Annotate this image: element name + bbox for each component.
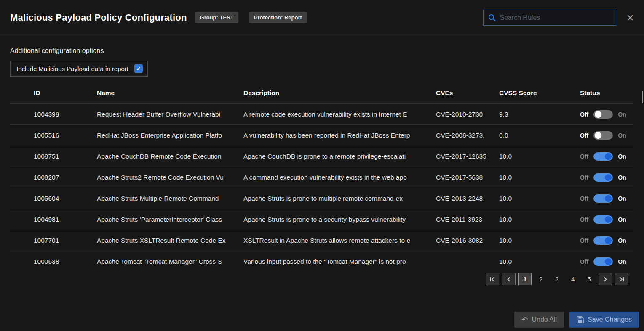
- status-toggle[interactable]: [593, 173, 613, 182]
- rule-description: Apache CouchDB is prone to a remote priv…: [243, 153, 436, 160]
- pagination-next-button[interactable]: [599, 273, 612, 285]
- rule-id: 1007701: [10, 237, 97, 244]
- pagination-last-button[interactable]: [615, 273, 628, 285]
- pagination-pages: 12345: [518, 273, 596, 285]
- status-toggle[interactable]: [593, 152, 613, 161]
- rule-cves: CVE-2017-5638: [436, 174, 499, 181]
- rule-id: 1005516: [10, 132, 97, 139]
- page-title: Malicious Payload Policy Configuration: [10, 12, 187, 23]
- rule-description: Apache Struts is prone to multiple remot…: [243, 195, 436, 202]
- rule-description: Apache Struts is prone to a security-byp…: [243, 216, 436, 223]
- status-toggle[interactable]: [593, 215, 613, 224]
- toggle-knob: [595, 111, 601, 118]
- save-changes-button[interactable]: Save Changes: [569, 312, 639, 328]
- toggle-off-label: Off: [580, 153, 588, 160]
- table-row: 1007701 Apache Struts XSLTResult Remote …: [10, 230, 634, 251]
- pagination-page-3[interactable]: 3: [550, 273, 564, 285]
- toggle-knob: [605, 216, 612, 223]
- rule-status: Off On: [580, 110, 634, 119]
- rule-description: XSLTResult in Apache Struts allows remot…: [243, 237, 436, 244]
- toggle-on-label: On: [618, 132, 626, 139]
- table-row: 1004398 Request Header Buffer Overflow V…: [10, 104, 634, 125]
- toggle-off-label: Off: [580, 195, 588, 202]
- rule-status: Off On: [580, 215, 634, 224]
- rule-description: Various input passed to the "Tomcat Mana…: [243, 258, 436, 265]
- rule-name: Request Header Buffer Overflow Vulnerabi: [97, 111, 243, 118]
- rule-name: Apache Struts Multiple Remote Command: [97, 195, 243, 202]
- include-report-checkbox[interactable]: ✓: [134, 64, 143, 73]
- status-toggle[interactable]: [593, 131, 613, 140]
- rule-cves: CVE-2008-3273,: [436, 132, 499, 139]
- pagination-page-1[interactable]: 1: [518, 273, 532, 285]
- search-input[interactable]: [500, 14, 612, 21]
- pagination-first-button[interactable]: [486, 273, 499, 285]
- toggle-off-label: Off: [580, 216, 588, 223]
- section-title: Additional configuration options: [10, 47, 634, 55]
- col-cves: CVEs: [436, 89, 499, 97]
- pagination-page-4[interactable]: 4: [567, 273, 580, 285]
- include-report-option: Include Malicious Payload data in report…: [10, 61, 148, 77]
- rule-cvss-score: 9.3: [499, 111, 580, 118]
- table-row: 1008207 Apache Struts2 Remote Code Execu…: [10, 167, 634, 188]
- rule-description: A command execution vulnerability exists…: [243, 174, 436, 181]
- col-description: Description: [243, 89, 436, 97]
- pagination-page-2[interactable]: 2: [534, 273, 548, 285]
- rule-name: Apache Struts XSLTResult Remote Code Ex: [97, 237, 243, 244]
- toggle-on-label: On: [618, 216, 626, 223]
- rule-name: Apache Struts2 Remote Code Execution Vu: [97, 174, 243, 181]
- rule-status: Off On: [580, 173, 634, 182]
- rules-table: ID Name Description CVEs CVSS Score Stat…: [10, 87, 634, 268]
- search-box[interactable]: [483, 10, 616, 26]
- rule-cvss-score: 10.0: [499, 237, 580, 244]
- rule-id: 1004981: [10, 216, 97, 223]
- checkbox-label: Include Malicious Payload data in report: [16, 65, 128, 72]
- status-toggle[interactable]: [593, 257, 613, 266]
- save-changes-label: Save Changes: [588, 316, 632, 323]
- table-row: 1004981 Apache Struts 'ParameterIntercep…: [10, 209, 634, 230]
- toggle-off-label: Off: [580, 258, 588, 265]
- rule-cves: CVE-2017-12635: [436, 153, 499, 160]
- rule-cvss-score: 10.0: [499, 195, 580, 202]
- rule-status: Off On: [580, 131, 634, 140]
- toggle-on-label: On: [618, 153, 626, 160]
- rule-id: 1008751: [10, 153, 97, 160]
- rule-cvss-score: 10.0: [499, 174, 580, 181]
- status-toggle[interactable]: [593, 194, 613, 203]
- pagination: 12345: [0, 273, 628, 285]
- rule-cves: CVE-2013-2248,: [436, 195, 499, 202]
- rule-cvss-score: 10.0: [499, 153, 580, 160]
- status-toggle[interactable]: [593, 110, 613, 119]
- scrollbar-thumb[interactable]: [642, 91, 643, 103]
- toggle-on-label: On: [618, 111, 626, 118]
- rule-cves: CVE-2016-3082: [436, 237, 499, 244]
- table-body: 1004398 Request Header Buffer Overflow V…: [10, 103, 634, 268]
- status-toggle[interactable]: [593, 236, 613, 245]
- toggle-knob: [605, 195, 612, 202]
- rule-status: Off On: [580, 152, 634, 161]
- rule-status: Off On: [580, 257, 634, 266]
- undo-all-button[interactable]: ↶ Undo All: [514, 312, 564, 328]
- rule-name: Apache CouchDB Remote Code Execution: [97, 153, 243, 160]
- rule-id: 1000638: [10, 258, 97, 265]
- protection-badge: Protection: Report: [249, 12, 307, 23]
- rule-name: RedHat JBoss Enterprise Application Plat…: [97, 132, 243, 139]
- toggle-on-label: On: [618, 195, 626, 202]
- toggle-off-label: Off: [580, 237, 588, 244]
- close-icon[interactable]: ×: [626, 11, 634, 24]
- rule-name: Apache Struts 'ParameterInterceptor' Cla…: [97, 216, 243, 223]
- table-row: 1008751 Apache CouchDB Remote Code Execu…: [10, 146, 634, 167]
- save-icon: [577, 316, 584, 323]
- pagination-prev-button[interactable]: [502, 273, 516, 285]
- toggle-knob: [605, 174, 612, 181]
- col-name: Name: [97, 89, 243, 97]
- toggle-on-label: On: [618, 258, 626, 265]
- pagination-page-5[interactable]: 5: [583, 273, 596, 285]
- toggle-off-label: Off: [580, 132, 588, 139]
- rule-description: A vulnerability has been reported in Red…: [243, 132, 436, 139]
- col-id: ID: [10, 89, 97, 97]
- toggle-knob: [605, 237, 612, 244]
- toggle-knob: [605, 258, 612, 265]
- toggle-on-label: On: [618, 237, 626, 244]
- rule-status: Off On: [580, 194, 634, 203]
- toggle-knob: [605, 153, 612, 160]
